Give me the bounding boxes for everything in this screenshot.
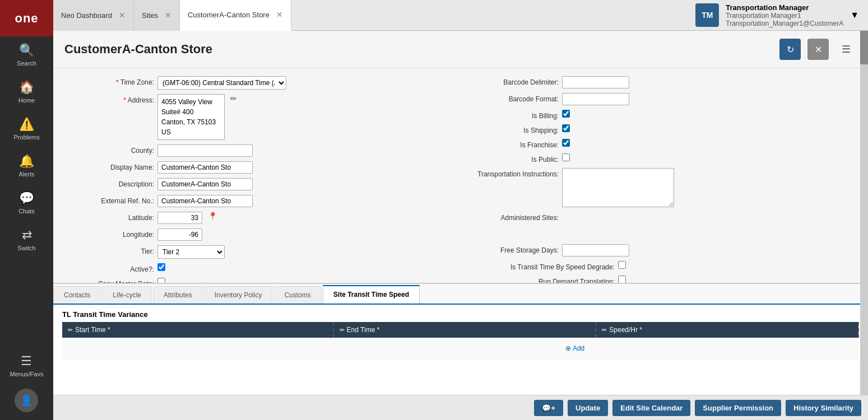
update-button[interactable]: Update: [568, 400, 608, 416]
is-billing-checkbox[interactable]: [562, 110, 570, 118]
latitude-input[interactable]: [157, 212, 202, 224]
external-ref-label: External Ref. No.:: [64, 195, 154, 205]
address-label: Address:: [64, 94, 154, 104]
active-label: Active?:: [64, 263, 154, 273]
tier-select[interactable]: Tier 2 Tier 1 Tier 3: [157, 245, 225, 259]
sidebar-item-menus[interactable]: ☰ Menus/Favs: [10, 347, 44, 384]
display-name-label: Display Name:: [64, 161, 154, 171]
col-start-edit-icon[interactable]: ✏: [68, 326, 73, 334]
tab-customerA-canton[interactable]: CustomerA-Canton Store ✕: [180, 0, 291, 31]
barcode-format-input[interactable]: [562, 93, 629, 105]
sidebar-item-problems[interactable]: ⚠️ Problems: [0, 110, 53, 147]
is-public-label: Is Public:: [469, 153, 559, 164]
sidebar-item-alerts[interactable]: 🔔 Alerts: [0, 147, 53, 184]
tier-label: Tier:: [64, 245, 154, 255]
sidebar-label-menus: Menus/Favs: [10, 371, 44, 377]
chat-icon: 💬: [19, 191, 34, 206]
description-row: Description:: [64, 178, 452, 190]
edit-site-calendar-button[interactable]: Edit Site Calendar: [612, 400, 690, 416]
sidebar-user-avatar[interactable]: 👤: [15, 389, 38, 412]
sidebar-label-home: Home: [18, 97, 35, 104]
chat-button[interactable]: 💬+: [534, 400, 563, 416]
is-shipping-row: Is Shipping:: [469, 124, 857, 134]
timezone-label: Time Zone:: [64, 76, 154, 86]
transit-time-checkbox[interactable]: [618, 261, 626, 269]
page-title: CustomerA-Canton Store: [64, 42, 773, 57]
refresh-button[interactable]: ↻: [779, 39, 801, 60]
app-logo[interactable]: one: [0, 0, 53, 36]
address-edit-icon[interactable]: ✏: [230, 94, 237, 103]
sidebar-item-search[interactable]: 🔍 Search: [0, 36, 53, 73]
active-checkbox[interactable]: [157, 263, 165, 271]
transport-instructions-label: Transportation Instructions:: [469, 168, 559, 178]
tab-btn-site-transit[interactable]: Site Transit Time Speed: [323, 285, 420, 304]
sidebar: one 🔍 Search 🏠 Home ⚠️ Problems 🔔 Alerts…: [0, 0, 53, 420]
sidebar-item-chats[interactable]: 💬 Chats: [0, 184, 53, 221]
tab-btn-attributes[interactable]: Attributes: [153, 286, 203, 304]
tab-btn-contacts[interactable]: Contacts: [53, 286, 101, 304]
longitude-label: Longitude:: [64, 228, 154, 239]
col-end-time: ✏ End Time *: [333, 322, 596, 338]
user-role: Transportation Manager: [726, 3, 843, 12]
history-similarity-button[interactable]: History Similarity: [786, 400, 861, 416]
tab-neo-dashboard[interactable]: Neo Dashboard ✕: [53, 0, 134, 31]
supplier-permission-button[interactable]: Supplier Permission: [695, 400, 781, 416]
transport-instructions-textarea[interactable]: [562, 168, 674, 207]
free-storage-label: Free Storage Days:: [469, 244, 559, 254]
tab-neo-dashboard-close[interactable]: ✕: [119, 11, 126, 20]
run-demand-checkbox[interactable]: [618, 276, 626, 283]
sidebar-label-switch: Switch: [17, 245, 35, 251]
description-input[interactable]: [157, 178, 253, 190]
is-shipping-label: Is Shipping:: [469, 124, 559, 134]
map-icon[interactable]: 📍: [208, 212, 217, 221]
user-dropdown-icon[interactable]: ▼: [850, 10, 859, 20]
is-shipping-checkbox[interactable]: [562, 124, 570, 132]
barcode-format-row: Barcode Format:: [469, 93, 857, 105]
external-ref-input[interactable]: [157, 195, 253, 207]
col-speed-edit-icon[interactable]: ✏: [602, 326, 607, 334]
timezone-row: Time Zone: (GMT-06:00) Central Standard …: [64, 76, 452, 90]
barcode-delimiter-input[interactable]: [562, 76, 629, 88]
tab-customerA-label: CustomerA-Canton Store: [188, 11, 270, 19]
free-storage-row: Free Storage Days:: [469, 244, 857, 256]
switch-icon: ⇄: [22, 228, 32, 242]
sidebar-label-alerts: Alerts: [18, 171, 34, 178]
tab-section: Contacts Life-cycle Attributes Inventory…: [53, 283, 868, 395]
tab-btn-inventory-policy[interactable]: Inventory Policy: [204, 286, 273, 304]
address-line1: 4055 Valley View: [161, 98, 212, 106]
user-name: Transportation Manager1: [726, 12, 843, 20]
tab-customs-label: Customs: [284, 291, 310, 299]
menu-button[interactable]: ☰: [835, 39, 857, 60]
display-name-input[interactable]: [157, 161, 253, 174]
col-start-label: Start Time *: [75, 326, 110, 334]
tab-btn-customs[interactable]: Customs: [273, 286, 321, 304]
tab-customerA-close[interactable]: ✕: [276, 10, 283, 19]
tab-btn-lifecycle[interactable]: Life-cycle: [102, 286, 152, 304]
scrollbar[interactable]: [860, 31, 868, 395]
col-end-label: End Time *: [347, 326, 380, 334]
county-input[interactable]: [157, 144, 253, 157]
sidebar-label-chats: Chats: [18, 208, 35, 214]
timezone-select[interactable]: (GMT-06:00) Central Standard Time (Ameri…: [157, 76, 286, 90]
add-row-container: ⊕ Add: [339, 341, 591, 356]
add-button[interactable]: ⊕ Add: [565, 344, 584, 352]
tab-sites[interactable]: Sites ✕: [134, 0, 180, 31]
menu-icon: ☰: [21, 354, 32, 368]
tab-lifecycle-label: Life-cycle: [113, 291, 141, 299]
empty-row: ⊕ Add: [62, 338, 858, 360]
topbar-right: TM Transportation Manager Transportation…: [695, 3, 868, 27]
is-public-checkbox[interactable]: [562, 153, 570, 161]
address-box: 4055 Valley View Suite# 400 Canton, TX 7…: [157, 94, 225, 140]
is-franchise-checkbox[interactable]: [562, 139, 570, 147]
tab-sites-close[interactable]: ✕: [165, 11, 171, 20]
home-icon: 🏠: [19, 80, 34, 95]
close-button[interactable]: ✕: [807, 39, 829, 60]
sidebar-item-home[interactable]: 🏠 Home: [0, 73, 53, 110]
tab-neo-dashboard-label: Neo Dashboard: [61, 11, 112, 20]
col-end-edit-icon[interactable]: ✏: [340, 326, 345, 334]
free-storage-input[interactable]: [562, 244, 629, 256]
barcode-delimiter-label: Barcode Delimiter:: [469, 76, 559, 86]
transit-time-label: Is Transit Time By Speed Degrade:: [469, 261, 615, 271]
sidebar-item-switch[interactable]: ⇄ Switch: [0, 221, 53, 258]
longitude-input[interactable]: [157, 228, 202, 241]
